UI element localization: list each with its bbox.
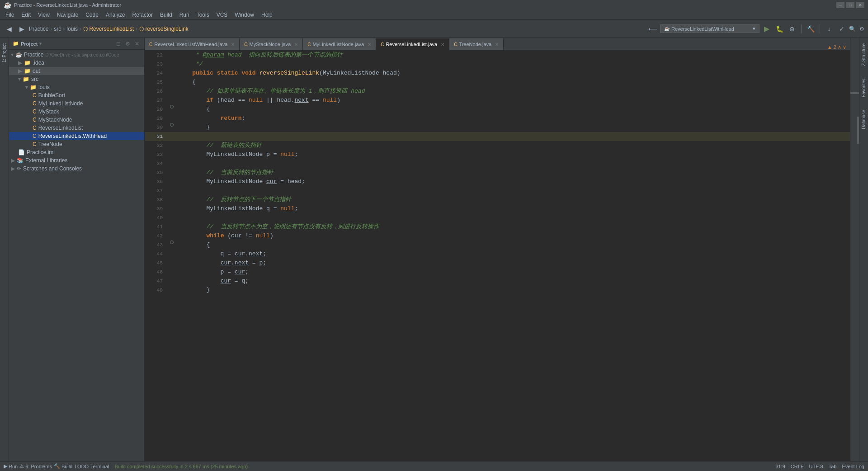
window-controls[interactable]: ─ □ ✕ bbox=[836, 2, 864, 8]
line-number-41: 41 bbox=[145, 222, 167, 231]
tree-item-src[interactable]: ▾ 📁 src bbox=[9, 75, 144, 83]
line-code-28: { bbox=[176, 105, 850, 114]
run-config: ⟵ ☕ ReverseLinkedListWithHead ▾ ▶ 🐛 ⊕ 🔨 … bbox=[644, 24, 864, 34]
line-code-46: p = cur; bbox=[176, 268, 850, 277]
run-config-box[interactable]: ☕ ReverseLinkedListWithHead ▾ bbox=[660, 24, 760, 33]
problems-label: 6: Problems bbox=[25, 464, 52, 469]
menu-window[interactable]: Window bbox=[231, 11, 258, 19]
build-status-button[interactable]: 🔨 Build bbox=[54, 463, 72, 469]
structure-tab[interactable]: Z-Structure bbox=[861, 42, 867, 68]
menu-code[interactable]: Code bbox=[82, 11, 102, 19]
tab-close-button[interactable]: ✕ bbox=[231, 42, 235, 47]
tree-item-treenode[interactable]: C TreeNode bbox=[9, 140, 144, 148]
panel-close[interactable]: ✕ bbox=[133, 40, 141, 47]
tree-item-externallibs[interactable]: ▶ 📚 External Libraries bbox=[9, 156, 144, 165]
encoding[interactable]: UTF-8 bbox=[809, 464, 823, 469]
toolbar-separator bbox=[801, 24, 802, 33]
indentation[interactable]: Tab bbox=[829, 464, 837, 469]
event-log-button[interactable]: Event Log bbox=[842, 464, 864, 469]
menu-view[interactable]: View bbox=[34, 11, 53, 19]
tree-item-reverselinkedlist[interactable]: C ReverseLinkedList bbox=[9, 124, 144, 132]
code-content[interactable]: 22 * @param head 指向反转后链表的第一个节点的指针 23 */ … bbox=[145, 51, 850, 461]
tab-treenode[interactable]: C TreeNode.java ✕ bbox=[449, 38, 504, 50]
scrollbar-thumb[interactable] bbox=[857, 117, 859, 144]
menu-run[interactable]: Run bbox=[176, 11, 193, 19]
nav-back-button[interactable]: ⟵ bbox=[647, 24, 658, 34]
tab-close-button2[interactable]: ✕ bbox=[294, 42, 298, 47]
menu-file[interactable]: File bbox=[2, 11, 18, 19]
tree-item-practice[interactable]: ▾ ☕ Practice D:\OneDrive - stu.swpu.edu.… bbox=[9, 51, 144, 59]
line-ending[interactable]: CRLF bbox=[791, 464, 804, 469]
database-tab[interactable]: Database bbox=[861, 108, 867, 131]
code-line-31: 31 bbox=[145, 132, 850, 141]
tab-reverselinkedlistwithhead[interactable]: C ReverseLinkedListWithHead.java ✕ bbox=[145, 38, 240, 50]
menu-analyze[interactable]: Analyze bbox=[102, 11, 129, 19]
menu-refactor[interactable]: Refactor bbox=[129, 11, 156, 19]
tree-item-scratches[interactable]: ▶ ✏ Scratches and Consoles bbox=[9, 165, 144, 173]
run-status-button[interactable]: ▶ Run bbox=[4, 463, 18, 469]
menu-tools[interactable]: Tools bbox=[193, 11, 213, 19]
maximize-button[interactable]: □ bbox=[846, 2, 854, 8]
tab-close-button5[interactable]: ✕ bbox=[495, 42, 499, 47]
terminal-status-button[interactable]: Terminal bbox=[90, 464, 109, 469]
settings-button[interactable]: ⚙ bbox=[859, 26, 864, 32]
code-line-44: 44 q = cur.next; bbox=[145, 250, 850, 259]
menu-navigate[interactable]: Navigate bbox=[53, 11, 82, 19]
menu-vcs[interactable]: VCS bbox=[213, 11, 231, 19]
externallibs-expand-icon: ▶ bbox=[11, 157, 15, 164]
tab-close-button3[interactable]: ✕ bbox=[368, 42, 371, 47]
tab-mylinkedlistnode[interactable]: C MyLinkedListNode.java ✕ bbox=[303, 38, 376, 50]
breadcrumb-method[interactable]: ⬡ reverseSingleLink bbox=[139, 26, 189, 32]
vcs-update-button[interactable]: ↓ bbox=[824, 24, 835, 34]
vcs-commit-button[interactable]: ✓ bbox=[836, 24, 847, 34]
forward-button[interactable]: ▶ bbox=[16, 24, 27, 34]
search-everywhere-button[interactable]: 🔍 bbox=[849, 26, 856, 32]
menu-help[interactable]: Help bbox=[258, 11, 276, 19]
menu-edit[interactable]: Edit bbox=[18, 11, 34, 19]
back-button[interactable]: ◀ bbox=[4, 24, 14, 34]
mylinkedlistnode-label: MyLinkedListNode bbox=[38, 100, 83, 107]
breadcrumb-class[interactable]: ⬡ ReverseLinkedList bbox=[83, 26, 134, 32]
breadcrumb-src[interactable]: src bbox=[54, 26, 61, 32]
title-text: Practice - ReverseLinkedList.java - Admi… bbox=[14, 2, 121, 8]
debug-button[interactable]: 🐛 bbox=[774, 24, 785, 34]
cursor-position[interactable]: 31:9 bbox=[775, 464, 785, 469]
run-with-coverage-button[interactable]: ⊕ bbox=[787, 24, 797, 34]
status-bar: ▶ Run ⚠ 6: Problems 🔨 Build TODO Termina… bbox=[0, 461, 868, 471]
breadcrumb-practice[interactable]: Practice bbox=[29, 26, 48, 32]
tree-item-mystack[interactable]: C MyStack bbox=[9, 108, 144, 116]
tree-item-louis[interactable]: ▾ 📁 louis bbox=[9, 83, 144, 91]
problems-status-button[interactable]: ⚠ 6: Problems bbox=[19, 463, 52, 469]
reverselinkedlist-icon: C bbox=[33, 125, 37, 131]
line-number-42: 42 bbox=[145, 231, 167, 240]
line-code-36: MyLinkedListNode cur = head; bbox=[176, 177, 850, 186]
breakpoint-43[interactable] bbox=[170, 240, 174, 244]
tree-item-practiceiml[interactable]: 📄 Practice.iml bbox=[9, 148, 144, 156]
minimize-button[interactable]: ─ bbox=[836, 2, 844, 8]
reverselinkedlistwithhead-icon: C bbox=[33, 133, 37, 139]
panel-collapse-all[interactable]: ⊟ bbox=[115, 40, 122, 47]
favorites-tab[interactable]: Favorites bbox=[861, 77, 867, 99]
line-code-33: MyLinkedListNode p = null; bbox=[176, 150, 850, 159]
tree-item-mylinkedlistnode[interactable]: C MyLinkedListNode bbox=[9, 99, 144, 108]
line-code-48: } bbox=[176, 286, 850, 295]
tree-item-reverselinkedlistwithhead[interactable]: C ReverseLinkedListWithHead bbox=[9, 132, 144, 140]
tree-item-out[interactable]: ▶ 📁 out bbox=[9, 67, 144, 75]
panel-dropdown-icon[interactable]: ▾ bbox=[39, 41, 42, 46]
breadcrumb-louis[interactable]: louis bbox=[66, 26, 78, 32]
menu-build[interactable]: Build bbox=[156, 11, 176, 19]
tree-item-idea[interactable]: ▶ 📁 .idea bbox=[9, 59, 144, 67]
panel-settings[interactable]: ⚙ bbox=[124, 40, 132, 47]
tab-close-button4[interactable]: ✕ bbox=[441, 42, 444, 47]
todo-status-button[interactable]: TODO bbox=[74, 464, 89, 469]
tab-reverselinkedlist[interactable]: C ReverseLinkedList.java ✕ bbox=[376, 38, 449, 50]
project-tab[interactable]: 1: Project bbox=[1, 42, 8, 64]
breakpoint-28[interactable] bbox=[170, 105, 174, 108]
build-button[interactable]: 🔨 bbox=[805, 24, 816, 34]
tree-item-mystacknode[interactable]: C MyStackNode bbox=[9, 116, 144, 124]
run-button[interactable]: ▶ bbox=[761, 24, 772, 34]
breakpoint-30[interactable] bbox=[170, 123, 174, 127]
tab-mystacknode[interactable]: C MyStackNode.java ✕ bbox=[240, 38, 303, 50]
close-button[interactable]: ✕ bbox=[856, 2, 864, 8]
tree-item-bubblesort[interactable]: C BubbleSort bbox=[9, 91, 144, 99]
